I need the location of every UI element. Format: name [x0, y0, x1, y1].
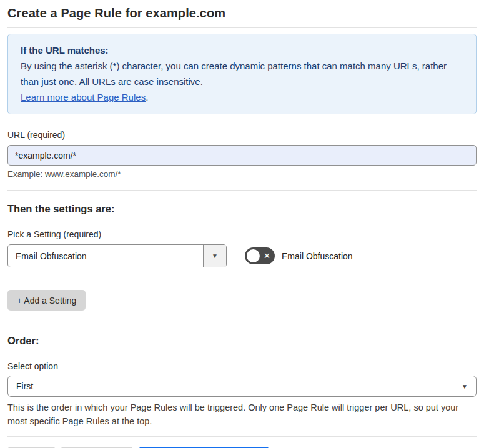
setting-select-value: Email Obfuscation [8, 245, 203, 267]
settings-section-heading: Then the settings are: [7, 203, 477, 215]
url-example-text: Example: www.example.com/* [7, 169, 477, 179]
toggle-knob [247, 249, 260, 262]
order-helper-text: This is the order in which your Page Rul… [7, 401, 477, 428]
info-box-body: By using the asterisk (*) character, you… [21, 58, 463, 89]
url-match-info-box: If the URL matches: By using the asteris… [7, 34, 477, 114]
chevron-down-icon: ▼ [212, 252, 218, 259]
chevron-down-icon: ▼ [462, 383, 468, 390]
learn-more-link[interactable]: Learn more about Page Rules [21, 92, 146, 102]
title-divider [7, 27, 477, 28]
toggle-off-x-icon: ✕ [264, 247, 270, 264]
email-obfuscation-toggle[interactable]: ✕ [245, 247, 275, 264]
order-select-label: Select option [7, 361, 477, 371]
page-rule-form: Create a Page Rule for example.com If th… [0, 6, 484, 448]
section-divider [7, 190, 477, 191]
link-suffix: . [146, 92, 148, 102]
order-section-heading: Order: [7, 335, 477, 347]
info-box-heading: If the URL matches: [21, 42, 463, 58]
setting-select-caret-button[interactable]: ▼ [203, 245, 226, 267]
setting-row: Email Obfuscation ▼ ✕ Email Obfuscation [7, 244, 477, 267]
order-select-value: First [16, 381, 462, 391]
footer-divider [7, 436, 477, 437]
url-field-label: URL (required) [7, 130, 477, 140]
pick-setting-label: Pick a Setting (required) [7, 229, 477, 239]
setting-select[interactable]: Email Obfuscation ▼ [7, 244, 227, 267]
page-title: Create a Page Rule for example.com [7, 6, 477, 21]
section-divider [7, 322, 477, 322]
add-setting-button[interactable]: + Add a Setting [7, 290, 86, 311]
url-input[interactable] [7, 145, 477, 166]
info-link-line: Learn more about Page Rules. [21, 89, 463, 105]
toggle-label: Email Obfuscation [282, 251, 353, 261]
order-select[interactable]: First ▼ [7, 376, 477, 397]
